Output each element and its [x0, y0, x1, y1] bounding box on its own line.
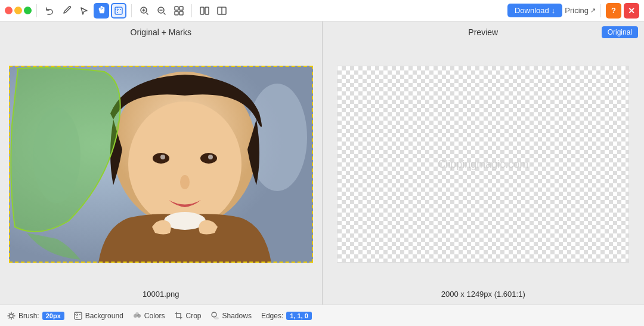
minimize-window-button[interactable] — [14, 7, 22, 14]
crop-label: Crop — [186, 312, 202, 320]
person-svg — [9, 66, 313, 263]
svg-point-17 — [160, 155, 165, 159]
main-area: Original + Marks — [0, 21, 644, 305]
svg-rect-3 — [175, 7, 178, 10]
image-dimensions: 2000 x 1249px (1.601:1) — [441, 290, 525, 299]
canvas-container — [6, 42, 316, 286]
original-toggle-button[interactable]: Original — [602, 26, 638, 38]
shadows-icon — [211, 312, 219, 320]
edges-tool-item[interactable]: Edges: 1, 1, 0 — [261, 312, 312, 320]
svg-point-14 — [128, 102, 242, 227]
original-filename: 10001.png — [143, 290, 179, 299]
tool-group-left — [42, 3, 126, 19]
colors-tool-item[interactable]: Colors — [133, 312, 165, 320]
svg-rect-4 — [179, 7, 183, 10]
svg-point-19 — [180, 175, 190, 189]
original-image-wrapper — [9, 66, 313, 263]
zoom-out-button[interactable] — [154, 3, 169, 19]
pricing-button[interactable]: Pricing ↗ — [565, 6, 596, 15]
edges-label: Edges: — [261, 312, 283, 320]
right-panel-title: Preview — [468, 27, 498, 37]
svg-rect-0 — [115, 7, 122, 14]
download-icon: ↓ — [552, 6, 556, 15]
svg-rect-8 — [205, 7, 209, 14]
download-button[interactable]: Download ↓ — [507, 4, 562, 17]
sep4 — [600, 4, 601, 17]
pricing-label: Pricing — [565, 6, 589, 15]
right-panel: Preview Original — [323, 21, 645, 305]
close-window-button[interactable] — [5, 7, 13, 14]
settings-icon — [7, 312, 16, 320]
left-panel: Original + Marks — [0, 21, 323, 305]
crop-icon — [175, 312, 183, 320]
original-image — [9, 66, 313, 263]
preview-image-wrapper: Clippingmagic.com — [337, 66, 629, 263]
fit-view-button[interactable] — [171, 3, 187, 19]
compare-overlay-button[interactable] — [214, 3, 230, 19]
selection-box-button[interactable] — [111, 3, 126, 19]
toolbar: Download ↓ Pricing ↗ ? ✕ — [0, 0, 644, 21]
app-close-button[interactable]: ✕ — [624, 3, 639, 19]
svg-point-34 — [10, 314, 13, 318]
sep1 — [36, 4, 37, 17]
external-link-icon: ↗ — [590, 7, 596, 14]
pencil-button[interactable] — [59, 3, 75, 19]
preview-checkerboard — [338, 66, 628, 262]
brush-label: Brush: — [18, 312, 39, 320]
svg-point-18 — [208, 155, 213, 159]
colors-label: Colors — [144, 312, 165, 320]
preview-canvas-container: Clippingmagic.com — [329, 42, 639, 286]
red-arrows-svg — [628, 66, 629, 263]
background-icon — [74, 312, 82, 320]
zoom-in-button[interactable] — [137, 3, 152, 19]
edges-value-badge: 1, 1, 0 — [286, 312, 312, 320]
background-tool-item[interactable]: Background — [74, 312, 123, 320]
zoom-group — [137, 3, 187, 19]
svg-rect-7 — [200, 7, 204, 14]
svg-point-40 — [214, 317, 219, 319]
traffic-lights — [5, 7, 32, 14]
brush-tool-item[interactable]: Brush: 20px — [7, 312, 64, 320]
sep2 — [131, 4, 132, 17]
help-button[interactable]: ? — [606, 3, 621, 19]
colors-icon — [133, 312, 141, 320]
crop-tool-item[interactable]: Crop — [175, 312, 202, 320]
shadows-label: Shadows — [222, 312, 252, 320]
left-panel-title: Original + Marks — [131, 27, 191, 37]
bottom-bar: Brush: 20px Background Colors Crop Shado… — [0, 305, 644, 326]
svg-rect-6 — [179, 11, 183, 15]
background-label: Background — [85, 312, 123, 320]
download-label: Download — [515, 6, 549, 15]
svg-point-38 — [137, 314, 141, 318]
pan-button[interactable] — [94, 3, 109, 19]
undo-button[interactable] — [42, 3, 57, 19]
svg-rect-35 — [75, 312, 82, 319]
brush-size-badge: 20px — [42, 312, 64, 320]
compare-side-button[interactable] — [197, 3, 212, 19]
sep3 — [191, 4, 192, 17]
maximize-window-button[interactable] — [24, 7, 32, 14]
select-button[interactable] — [76, 3, 92, 19]
shadows-tool-item[interactable]: Shadows — [211, 312, 252, 320]
compare-group — [197, 3, 230, 19]
svg-rect-5 — [175, 11, 178, 15]
svg-point-39 — [212, 312, 216, 317]
